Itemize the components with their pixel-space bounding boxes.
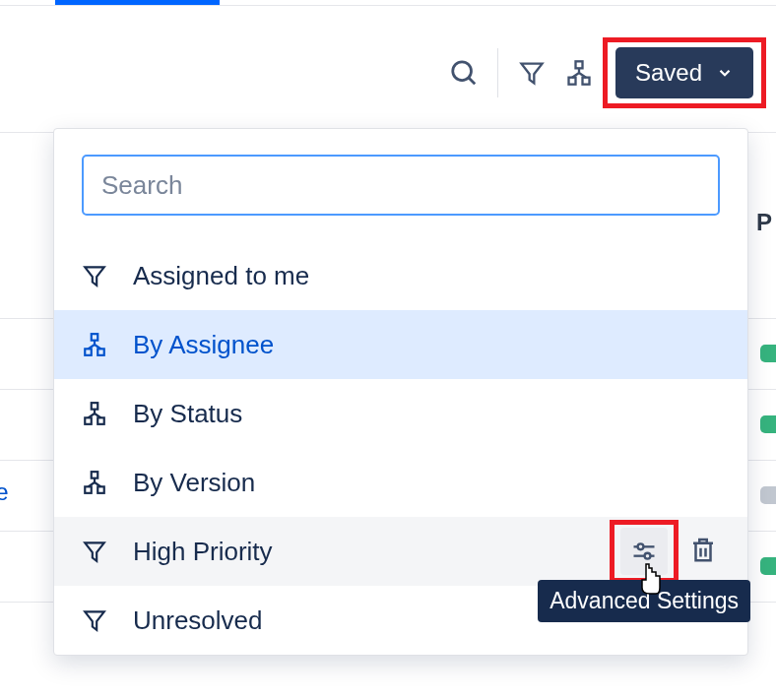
- toolbar-divider: [497, 48, 498, 97]
- diagram-icon: [82, 401, 121, 426]
- saved-filters-panel: Assigned to me By Assignee By Status By …: [53, 128, 748, 656]
- filter-item-by-status[interactable]: By Status: [54, 379, 747, 448]
- filter-item-unresolved[interactable]: Unresolved: [54, 586, 747, 655]
- filter-item-label: High Priority: [133, 537, 273, 567]
- svg-point-0: [453, 62, 472, 81]
- filter-item-assigned-to-me[interactable]: Assigned to me: [54, 241, 747, 310]
- status-pill: [760, 345, 776, 362]
- diagram-icon: [82, 332, 121, 357]
- diagram-icon[interactable]: [555, 49, 603, 96]
- saved-button[interactable]: Saved: [615, 47, 753, 98]
- filter-item-label: By Assignee: [133, 330, 274, 360]
- svg-rect-13: [97, 486, 104, 493]
- filter-item-label: Assigned to me: [133, 261, 309, 291]
- tab-underline: [0, 5, 776, 6]
- svg-rect-7: [97, 349, 104, 355]
- filter-item-by-version[interactable]: By Version: [54, 448, 747, 517]
- svg-rect-10: [97, 417, 104, 424]
- svg-rect-9: [85, 417, 92, 424]
- toolbar: Saved: [440, 39, 766, 106]
- item-actions: Advanced Settings: [610, 520, 722, 583]
- svg-rect-2: [575, 61, 582, 68]
- settings-button-highlight: Advanced Settings: [610, 520, 679, 583]
- svg-point-15: [638, 543, 644, 549]
- svg-point-17: [645, 553, 651, 559]
- sliders-icon: [630, 538, 658, 565]
- svg-rect-5: [92, 334, 98, 341]
- filter-item-by-assignee[interactable]: By Assignee: [54, 310, 747, 379]
- svg-rect-6: [85, 349, 92, 355]
- filter-item-high-priority[interactable]: High Priority Advanced Settings: [54, 517, 747, 586]
- filter-item-label: By Version: [133, 468, 255, 498]
- svg-rect-8: [92, 403, 98, 410]
- diagram-icon: [82, 470, 121, 495]
- search-input[interactable]: [82, 155, 720, 216]
- svg-rect-11: [92, 472, 98, 478]
- trash-icon: [688, 535, 718, 564]
- status-pill: [760, 557, 776, 575]
- svg-line-1: [469, 78, 475, 84]
- partial-link[interactable]: le: [0, 478, 9, 506]
- filter-icon: [82, 607, 121, 633]
- filter-icon[interactable]: [508, 49, 555, 96]
- delete-button[interactable]: [688, 535, 722, 568]
- saved-button-highlight: Saved: [603, 37, 766, 108]
- svg-rect-4: [582, 78, 589, 85]
- priority-column-header: P: [756, 209, 772, 236]
- filter-item-label: Unresolved: [133, 605, 263, 636]
- advanced-settings-button[interactable]: [620, 528, 668, 575]
- status-pill: [760, 486, 776, 504]
- search-icon[interactable]: [440, 49, 487, 96]
- filter-icon: [82, 539, 121, 564]
- chevron-down-icon: [716, 64, 734, 82]
- search-wrap: [54, 129, 747, 241]
- svg-rect-12: [85, 486, 92, 493]
- status-pill: [760, 415, 776, 433]
- saved-button-label: Saved: [635, 59, 702, 87]
- filter-item-label: By Status: [133, 399, 242, 429]
- filter-list: Assigned to me By Assignee By Status By …: [54, 241, 747, 655]
- svg-rect-3: [568, 78, 575, 85]
- filter-icon: [82, 263, 121, 288]
